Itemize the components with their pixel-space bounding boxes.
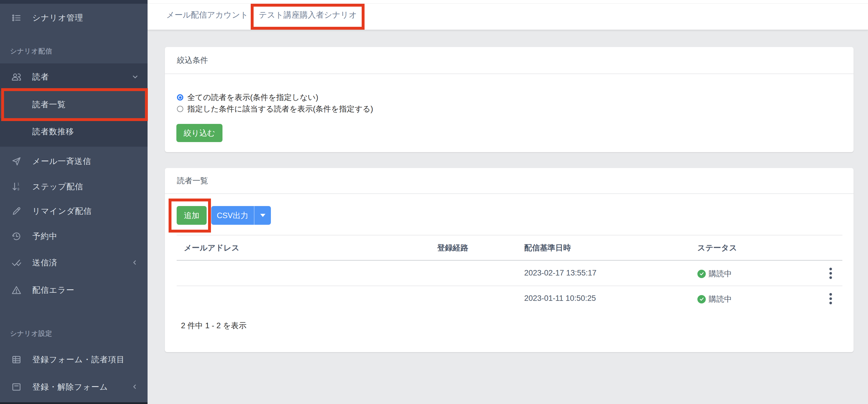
page: シナリオ管理 シナリオ配信 読者 読者一覧 読者数推移 <box>0 0 868 404</box>
table-top-border <box>177 235 842 236</box>
radio-option-conditional-readers[interactable]: 指定した条件に該当する読者を表示(条件を指定する) <box>177 103 373 115</box>
add-button[interactable]: 追加 <box>177 206 207 225</box>
sidebar-item-bulk-mail[interactable]: メール一斉送信 <box>0 148 148 174</box>
sidebar-section-scenario-delivery: シナリオ配信 <box>10 47 52 56</box>
readers-card-header: 読者一覧 <box>165 168 854 194</box>
send-icon <box>11 156 22 167</box>
chevron-left-icon <box>131 383 139 391</box>
sort-numeric-icon: 1 9 <box>11 181 22 192</box>
radio-option-all-readers[interactable]: 全ての読者を表示(条件を指定しない) <box>177 92 318 103</box>
history-icon <box>11 231 22 242</box>
chevron-down-icon <box>131 73 139 81</box>
kebab-menu-icon[interactable] <box>826 293 835 304</box>
sidebar-item-label: ステップ配信 <box>32 181 83 192</box>
table-icon <box>11 354 22 365</box>
double-check-icon <box>11 257 22 268</box>
sidebar-item-label: 読者一覧 <box>32 99 66 110</box>
sidebar-item-register-unsubscribe-form[interactable]: 登録・解除フォーム <box>0 374 148 400</box>
check-circle-icon <box>698 270 706 278</box>
chevron-left-icon <box>131 259 139 267</box>
sidebar-item-registration-form-fields[interactable]: 登録フォーム・読者項目 <box>0 347 148 373</box>
sidebar-section-scenario-settings: シナリオ設定 <box>10 329 52 338</box>
sidebar-item-label: 読者 <box>32 71 49 83</box>
radio-selected-icon[interactable] <box>177 94 183 100</box>
radio-unselected-icon[interactable] <box>177 106 183 112</box>
sidebar-item-reminder-delivery[interactable]: リマインダ配信 <box>0 198 148 224</box>
status-label: 購読中 <box>709 294 732 304</box>
filter-submit-button[interactable]: 絞り込む <box>176 124 222 142</box>
sidebar-item-label: 登録・解除フォーム <box>32 381 108 393</box>
table-header-border <box>177 260 842 261</box>
pagination-summary: 2 件中 1 - 2 を表示 <box>181 320 246 331</box>
pencil-icon <box>11 206 22 217</box>
sidebar-item-scheduled[interactable]: 予約中 <box>0 223 148 249</box>
sidebar-bottom-strip <box>0 402 148 404</box>
col-header-base-datetime: 配信基準日時 <box>524 243 571 253</box>
table-row-base-datetime: 2023-01-11 10:50:25 <box>524 294 596 303</box>
sidebar-item-sent[interactable]: 送信済 <box>0 250 148 276</box>
sidebar-item-label: 読者数推移 <box>32 126 74 137</box>
tab-mail-delivery-account[interactable]: メール配信アカウント <box>166 0 248 30</box>
col-header-status: ステータス <box>698 243 737 253</box>
sidebar-item-step-delivery[interactable]: 1 9 ステップ配信 <box>0 174 148 200</box>
topbar-hairline <box>148 3 868 4</box>
col-header-email: メールアドレス <box>184 243 240 253</box>
form-icon <box>11 381 22 393</box>
csv-dropdown-toggle[interactable] <box>254 206 271 225</box>
filter-card-header: 絞込条件 <box>165 47 854 74</box>
sidebar-top-strip <box>0 0 148 4</box>
filter-card-title: 絞込条件 <box>177 55 208 65</box>
sidebar-item-delivery-error[interactable]: 配信エラー <box>0 277 148 303</box>
warning-icon <box>11 285 22 296</box>
svg-text:1: 1 <box>17 182 19 186</box>
kebab-menu-icon[interactable] <box>826 268 835 279</box>
csv-export-label[interactable]: CSV出力 <box>211 206 254 225</box>
sidebar: シナリオ管理 シナリオ配信 読者 読者一覧 読者数推移 <box>0 0 148 404</box>
check-circle-icon <box>698 295 706 304</box>
tab-scenario[interactable]: テスト講座購入者シナリオ <box>259 0 357 30</box>
sidebar-item-label: 送信済 <box>32 257 57 268</box>
sidebar-item-label: メール一斉送信 <box>32 156 91 167</box>
sidebar-item-label: シナリオ管理 <box>32 12 83 23</box>
csv-export-button[interactable]: CSV出力 <box>211 206 271 225</box>
row-divider <box>177 286 842 286</box>
svg-text:9: 9 <box>17 187 19 191</box>
table-row-status: 購読中 <box>698 294 732 304</box>
readers-card-title: 読者一覧 <box>177 176 208 186</box>
sidebar-item-label: 配信エラー <box>32 285 74 296</box>
sidebar-item-label: 予約中 <box>32 231 57 242</box>
sidebar-item-readers-list[interactable]: 読者一覧 <box>0 91 148 118</box>
sidebar-item-readers-trend[interactable]: 読者数推移 <box>0 119 148 145</box>
table-row-status: 購読中 <box>698 269 732 279</box>
status-label: 購読中 <box>709 269 732 279</box>
col-header-route: 登録経路 <box>437 243 468 253</box>
caret-down-icon <box>260 214 266 217</box>
sidebar-item-readers[interactable]: 読者 <box>0 64 148 90</box>
sidebar-item-scenario-management[interactable]: シナリオ管理 <box>0 5 148 31</box>
sidebar-item-label: リマインダ配信 <box>32 206 92 217</box>
table-row-base-datetime: 2023-02-17 13:55:17 <box>524 269 596 278</box>
users-icon <box>11 71 22 83</box>
topbar: メール配信アカウント テスト講座購入者シナリオ <box>148 0 868 30</box>
sidebar-item-label: 登録フォーム・読者項目 <box>32 354 125 365</box>
list-icon <box>11 12 22 23</box>
